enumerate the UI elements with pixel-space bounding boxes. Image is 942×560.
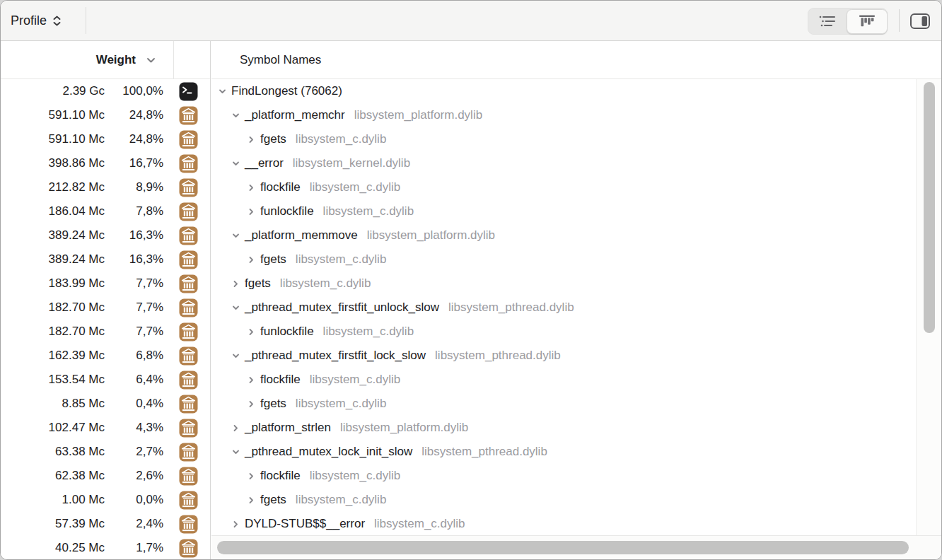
toolbar-separator bbox=[86, 7, 86, 34]
weight-row[interactable]: 389.24 Mc 16,3% bbox=[1, 223, 210, 247]
call-tree-row[interactable]: fgets libsystem_c.dylib bbox=[211, 247, 916, 272]
symbol-name: flockfile bbox=[260, 469, 301, 483]
disclosure-chevron-icon[interactable] bbox=[246, 182, 256, 192]
disclosure-chevron-icon[interactable] bbox=[246, 495, 256, 505]
symbol-name: fgets bbox=[245, 276, 271, 291]
call-tree-row[interactable]: _pthread_mutex_firstfit_unlock_slow libs… bbox=[211, 296, 916, 320]
weight-row[interactable]: 62.38 Mc 2,6% bbox=[1, 464, 210, 488]
weight-row[interactable]: 182.70 Mc 7,7% bbox=[1, 296, 210, 320]
toggle-right-sidebar-button[interactable] bbox=[905, 8, 935, 35]
weight-row[interactable]: 8.85 Mc 0,4% bbox=[1, 392, 210, 416]
profile-dropdown[interactable]: Profile bbox=[11, 1, 62, 41]
bank-icon bbox=[179, 106, 198, 125]
weight-percent: 100,0% bbox=[122, 79, 163, 103]
disclosure-chevron-icon[interactable] bbox=[246, 134, 256, 144]
call-tree-row[interactable]: fgets libsystem_c.dylib bbox=[211, 488, 916, 512]
call-tree-row[interactable]: flockfile libsystem_c.dylib bbox=[211, 464, 916, 488]
call-tree-row[interactable]: fgets libsystem_c.dylib bbox=[211, 392, 916, 416]
call-tree-row[interactable]: __error libsystem_kernel.dylib bbox=[211, 151, 916, 175]
weight-row[interactable]: 40.25 Mc 1,7% bbox=[1, 536, 210, 559]
library-name: libsystem_platform.dylib bbox=[340, 421, 468, 435]
weight-row[interactable]: 2.39 Gc 100,0% bbox=[1, 79, 210, 103]
flame-graph-view-button[interactable] bbox=[847, 9, 888, 34]
disclosure-chevron-icon[interactable] bbox=[246, 206, 256, 216]
bank-icon bbox=[179, 443, 198, 462]
bank-icon bbox=[179, 346, 198, 366]
weight-row[interactable]: 591.10 Mc 24,8% bbox=[1, 103, 210, 127]
call-tree-row[interactable]: _pthread_mutex_firstfit_lock_slow libsys… bbox=[211, 344, 916, 368]
weight-row[interactable]: 186.04 Mc 7,8% bbox=[1, 199, 210, 223]
weight-row[interactable]: 63.38 Mc 2,7% bbox=[1, 440, 210, 464]
call-tree-row[interactable]: _platform_memmove libsystem_platform.dyl… bbox=[211, 223, 916, 247]
weight-value: 186.04 Mc bbox=[49, 199, 105, 223]
library-name: libsystem_c.dylib bbox=[310, 373, 401, 387]
disclosure-chevron-icon[interactable] bbox=[231, 158, 240, 168]
weight-percent: 16,3% bbox=[129, 223, 163, 247]
weight-row[interactable]: 162.39 Mc 6,8% bbox=[1, 344, 210, 368]
disclosure-chevron-icon[interactable] bbox=[246, 327, 256, 337]
weight-row[interactable]: 102.47 Mc 4,3% bbox=[1, 416, 210, 440]
call-tree-row[interactable]: flockfile libsystem_c.dylib bbox=[211, 175, 916, 199]
call-tree-row[interactable]: funlockfile libsystem_c.dylib bbox=[211, 199, 916, 223]
symbol-name: funlockfile bbox=[260, 325, 314, 339]
disclosure-chevron-icon[interactable] bbox=[217, 86, 227, 96]
toolbar-separator bbox=[899, 9, 900, 32]
library-name: libsystem_kernel.dylib bbox=[293, 156, 410, 170]
horizontal-scrollbar-thumb[interactable] bbox=[217, 541, 909, 554]
weight-row[interactable]: 1.00 Mc 0,0% bbox=[1, 488, 210, 512]
weight-value: 1.00 Mc bbox=[62, 488, 105, 512]
weight-row[interactable]: 182.70 Mc 7,7% bbox=[1, 320, 210, 344]
symbol-name: flockfile bbox=[260, 373, 301, 387]
weight-row[interactable]: 183.99 Mc 7,7% bbox=[1, 272, 210, 296]
weight-value: 102.47 Mc bbox=[49, 416, 105, 440]
call-tree-row[interactable]: _platform_strlen libsystem_platform.dyli… bbox=[211, 416, 916, 440]
weight-header-label: Weight bbox=[1, 41, 136, 78]
call-tree-row[interactable]: _pthread_mutex_lock_init_slow libsystem_… bbox=[211, 440, 916, 464]
disclosure-chevron-icon[interactable] bbox=[231, 303, 240, 313]
library-name: libsystem_c.dylib bbox=[280, 276, 371, 291]
weight-row[interactable]: 57.39 Mc 2,4% bbox=[1, 512, 210, 536]
horizontal-scrollbar bbox=[211, 535, 941, 559]
library-name: libsystem_c.dylib bbox=[323, 325, 414, 339]
disclosure-chevron-icon[interactable] bbox=[231, 351, 240, 361]
weight-percent: 7,7% bbox=[136, 320, 163, 344]
call-tree-list-view-button[interactable] bbox=[808, 8, 847, 35]
weight-row[interactable]: 389.24 Mc 16,3% bbox=[1, 247, 210, 272]
weight-row[interactable]: 398.86 Mc 16,7% bbox=[1, 151, 210, 175]
disclosure-chevron-icon[interactable] bbox=[246, 471, 256, 481]
disclosure-chevron-icon[interactable] bbox=[246, 399, 256, 409]
weight-value: 182.70 Mc bbox=[49, 320, 105, 344]
disclosure-chevron-icon[interactable] bbox=[231, 423, 240, 433]
vertical-scrollbar-thumb[interactable] bbox=[924, 82, 935, 333]
weight-row[interactable]: 212.82 Mc 8,9% bbox=[1, 175, 210, 199]
call-tree-row[interactable]: fgets libsystem_c.dylib bbox=[211, 272, 916, 296]
header-column-separator bbox=[173, 41, 174, 78]
disclosure-chevron-icon[interactable] bbox=[231, 110, 240, 120]
weight-value: 62.38 Mc bbox=[55, 464, 105, 488]
weight-column-header[interactable]: Weight bbox=[1, 41, 210, 79]
disclosure-chevron-icon[interactable] bbox=[231, 447, 240, 457]
symbol-name: FindLongest (76062) bbox=[231, 84, 342, 98]
disclosure-chevron-icon[interactable] bbox=[231, 519, 240, 529]
bank-icon bbox=[179, 539, 198, 558]
call-tree-row[interactable]: flockfile libsystem_c.dylib bbox=[211, 368, 916, 392]
disclosure-chevron-icon[interactable] bbox=[231, 279, 240, 288]
weight-value: 2.39 Gc bbox=[62, 79, 105, 103]
weight-row[interactable]: 591.10 Mc 24,8% bbox=[1, 127, 210, 151]
bank-icon bbox=[179, 226, 198, 245]
call-tree-row[interactable]: fgets libsystem_c.dylib bbox=[211, 127, 916, 151]
weight-panel: Weight 2.39 Gc 100,0% bbox=[1, 41, 211, 559]
bank-icon bbox=[179, 154, 198, 173]
disclosure-chevron-icon[interactable] bbox=[231, 231, 240, 240]
symbol-header-label: Symbol Names bbox=[240, 41, 321, 78]
weight-rows: 2.39 Gc 100,0% 591.10 Mc 24,8% bbox=[1, 79, 210, 559]
disclosure-chevron-icon[interactable] bbox=[246, 375, 256, 385]
call-tree-row[interactable]: _platform_memchr libsystem_platform.dyli… bbox=[211, 103, 916, 127]
disclosure-chevron-icon[interactable] bbox=[246, 255, 256, 264]
weight-row[interactable]: 153.54 Mc 6,4% bbox=[1, 368, 210, 392]
call-tree-row[interactable]: DYLD-STUB$$__error libsystem_c.dylib bbox=[211, 512, 916, 535]
call-tree-row[interactable]: FindLongest (76062) bbox=[211, 79, 916, 103]
symbol-name: _platform_memmove bbox=[245, 228, 358, 243]
call-tree-row[interactable]: funlockfile libsystem_c.dylib bbox=[211, 320, 916, 344]
symbol-column-header[interactable]: Symbol Names bbox=[211, 41, 941, 79]
